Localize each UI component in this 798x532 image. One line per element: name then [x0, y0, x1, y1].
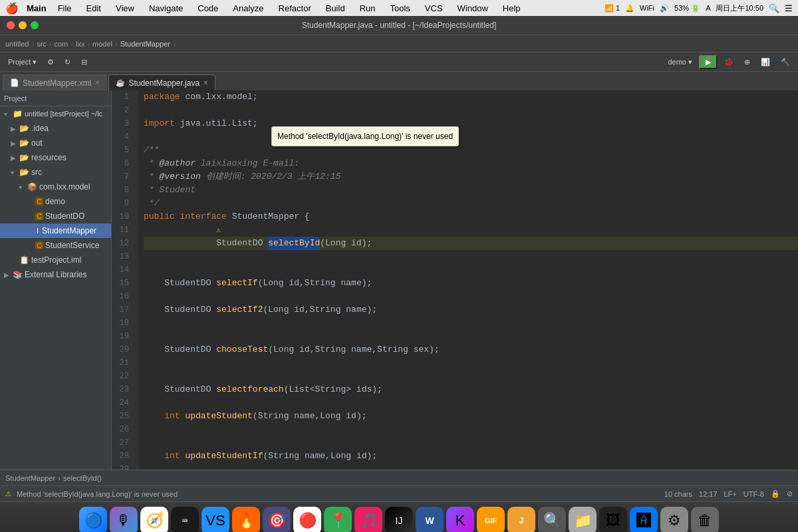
- dock-gif[interactable]: GIF: [477, 507, 505, 533]
- dock-app6[interactable]: 🔥: [232, 507, 260, 533]
- dock-app7[interactable]: 🎯: [263, 507, 291, 533]
- editor-area[interactable]: 1 2 3 4 5 6 7 8 9 10 11 12 13 14 15 16 1…: [112, 90, 798, 469]
- menu-help[interactable]: Help: [499, 2, 524, 15]
- minimize-button[interactable]: [19, 21, 27, 29]
- run-button[interactable]: ▶: [699, 55, 718, 69]
- dock-maps[interactable]: 📍: [324, 507, 352, 533]
- toolbar-collapse-btn[interactable]: ⊟: [77, 55, 91, 69]
- tab-studentmapper-java[interactable]: ☕ StudentMapper.java ✕: [108, 74, 215, 90]
- search-icon[interactable]: 🔍: [769, 3, 779, 13]
- code-line-4: [144, 130, 798, 144]
- tree-item-iml[interactable]: ▶ 📋 testProject.iml: [0, 253, 111, 267]
- dock-word[interactable]: W: [416, 507, 444, 533]
- tree-item-demo[interactable]: ▶ C demo: [0, 194, 111, 209]
- maximize-button[interactable]: [31, 21, 39, 29]
- dock-search2[interactable]: 🔍: [538, 507, 566, 533]
- close-button[interactable]: [7, 21, 15, 29]
- toolbar-settings-btn[interactable]: ⚙: [43, 55, 58, 69]
- dock-files[interactable]: 📁: [569, 507, 597, 533]
- menu-window[interactable]: Window: [454, 2, 491, 15]
- breadcrumb-src[interactable]: src: [37, 40, 47, 48]
- status-right: 10 chars 12:17 LF+ UTF-8 🔒 ⊘: [664, 489, 793, 498]
- tree-item-idea[interactable]: ▶ 📂 .idea: [0, 121, 111, 136]
- dock-java[interactable]: J: [507, 507, 535, 533]
- breadcrumb-studentmapper[interactable]: StudentMapper: [120, 40, 170, 48]
- tree-item-untitled[interactable]: ▾ 📁 untitled [testProject] ~/lc: [0, 106, 111, 121]
- code-container: 1 2 3 4 5 6 7 8 9 10 11 12 13 14 15 16 1…: [112, 90, 798, 469]
- menu-vcs[interactable]: VCS: [422, 2, 446, 15]
- menu-run[interactable]: Run: [356, 2, 379, 15]
- breadcrumb-untitled[interactable]: untitled: [5, 40, 29, 48]
- menu-edit[interactable]: Edit: [83, 2, 104, 15]
- menu-view[interactable]: View: [112, 2, 138, 15]
- project-view-btn[interactable]: Project ▾: [4, 55, 41, 69]
- tree-item-resources[interactable]: ▶ 📂 resources: [0, 150, 111, 165]
- dock-settings[interactable]: ⚙: [660, 507, 688, 533]
- code-line-11: ⚠: [144, 223, 798, 237]
- menu-code[interactable]: Code: [194, 2, 221, 15]
- code-lines[interactable]: Method 'selectById(java.lang.Long)' is n…: [138, 90, 798, 469]
- dock-terminal[interactable]: ⌨: [171, 507, 199, 533]
- dock-safari[interactable]: 🧭: [140, 507, 168, 533]
- ln-25: 25: [112, 410, 133, 423]
- apple-menu[interactable]: 🍎: [5, 2, 19, 15]
- tab-java-close[interactable]: ✕: [203, 79, 208, 86]
- menu-file[interactable]: File: [55, 2, 75, 15]
- dock-photos[interactable]: 🖼: [599, 507, 627, 533]
- menu-navigate[interactable]: Navigate: [146, 2, 186, 15]
- ln-15: 15: [112, 277, 133, 290]
- encoding[interactable]: UTF-8: [743, 490, 764, 498]
- dock-finder[interactable]: 🔵: [79, 507, 107, 533]
- tab-studentmapper-xml[interactable]: 📄 StudentMapper.xml ✕: [3, 74, 107, 90]
- ln-10: 10: [112, 210, 133, 223]
- status-icon-2: ⊘: [787, 489, 793, 498]
- dock-appstore[interactable]: 🅰: [630, 507, 658, 533]
- build-btn[interactable]: 🔨: [777, 55, 794, 69]
- status-icon-1: 🔒: [771, 489, 780, 498]
- profile-btn[interactable]: 📊: [757, 55, 774, 69]
- code-line-20: StudentDO chooseTest(Long id,String name…: [144, 343, 798, 356]
- toolbar-sync-btn[interactable]: ↻: [61, 55, 74, 69]
- cursor-position[interactable]: 12:17: [699, 490, 718, 498]
- tree-item-studentdo[interactable]: ▶ C StudentDO: [0, 209, 111, 223]
- dock-trash[interactable]: 🗑: [691, 507, 719, 533]
- tab-xml-close[interactable]: ✕: [94, 79, 100, 86]
- demo-config-btn[interactable]: demo ▾: [664, 55, 696, 69]
- tree-item-studentmapper[interactable]: ▶ I StudentMapper: [0, 223, 111, 238]
- tree-item-out[interactable]: ▶ 📂 out: [0, 136, 111, 150]
- bottom-bc-method[interactable]: selectById(): [63, 474, 102, 482]
- breadcrumb-model[interactable]: model: [92, 40, 112, 48]
- line-ending[interactable]: LF+: [724, 490, 737, 498]
- bottom-bc-sep: ›: [58, 474, 61, 482]
- coverage-btn[interactable]: ⊕: [740, 55, 754, 69]
- dock-intellij[interactable]: IJ: [385, 507, 413, 533]
- tree-item-src[interactable]: ▾ 📂 src: [0, 165, 111, 180]
- code-line-17: StudentDO selectIf2(Long id,String name)…: [144, 303, 798, 317]
- breadcrumb-lxx[interactable]: lxx: [76, 40, 84, 48]
- menu-bar-right: 📶 1 🔔 WiFi 🔊 53% 🔋 A 周日上午10:50 🔍 ☰: [604, 3, 793, 13]
- code-line-10: public interface StudentMapper {: [144, 210, 798, 223]
- dock-music[interactable]: 🎵: [354, 507, 382, 533]
- dock-chrome[interactable]: 🔴: [293, 507, 321, 533]
- menu-icon[interactable]: ☰: [785, 3, 793, 13]
- extlibs-icon: 📚: [13, 270, 23, 279]
- ln-7: 7: [112, 170, 133, 184]
- menu-refactor[interactable]: Refactor: [275, 2, 315, 15]
- bottom-bc-studentmapper[interactable]: StudentMapper: [5, 474, 55, 482]
- menu-build[interactable]: Build: [323, 2, 348, 15]
- code-line-9: */: [144, 197, 798, 210]
- dock-siri[interactable]: 🎙: [110, 507, 138, 533]
- tree-item-extlibs[interactable]: ▶ 📚 External Libraries: [0, 267, 111, 282]
- tree-label-idea: .idea: [31, 124, 49, 133]
- ln-4: 4: [112, 130, 133, 144]
- java-studentservice-icon: C: [35, 241, 43, 249]
- breadcrumb-com[interactable]: com: [55, 40, 68, 48]
- debug-btn[interactable]: 🐞: [720, 55, 737, 69]
- menu-analyze[interactable]: Analyze: [229, 2, 267, 15]
- tree-label-studentdo: StudentDO: [45, 211, 84, 221]
- dock-kotlin[interactable]: K: [446, 507, 474, 533]
- tree-item-package[interactable]: ▾ 📦 com.lxx.model: [0, 180, 111, 194]
- menu-tools[interactable]: Tools: [387, 2, 414, 15]
- dock-vscode[interactable]: VS: [201, 507, 229, 533]
- tree-item-studentservice[interactable]: ▶ C StudentService: [0, 238, 111, 253]
